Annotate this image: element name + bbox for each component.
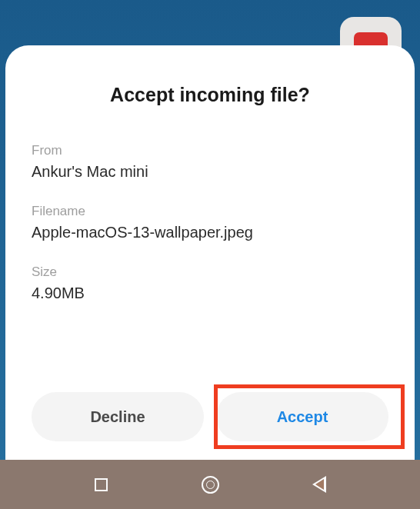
dialog-buttons: Decline Accept xyxy=(32,386,388,441)
from-label: From xyxy=(32,143,388,158)
android-navbar xyxy=(0,460,420,509)
back-button[interactable] xyxy=(304,469,335,500)
filename-label: Filename xyxy=(32,204,388,219)
dialog-title: Accept incoming file? xyxy=(32,84,388,106)
size-label: Size xyxy=(32,264,388,280)
circle-icon xyxy=(202,476,219,494)
accept-button[interactable]: Accept xyxy=(216,392,388,441)
size-value: 4.90MB xyxy=(32,284,388,302)
square-icon xyxy=(95,478,108,491)
home-button[interactable] xyxy=(195,469,225,500)
decline-button[interactable]: Decline xyxy=(32,392,204,441)
field-from: From Ankur's Mac mini xyxy=(32,143,388,181)
filename-value: Apple-macOS-13-wallpaper.jpeg xyxy=(32,224,388,241)
recents-button[interactable] xyxy=(85,469,116,500)
from-value: Ankur's Mac mini xyxy=(32,163,388,181)
triangle-icon xyxy=(312,476,326,493)
incoming-file-dialog: Accept incoming file? From Ankur's Mac m… xyxy=(5,45,415,460)
field-filename: Filename Apple-macOS-13-wallpaper.jpeg xyxy=(32,204,388,241)
field-size: Size 4.90MB xyxy=(32,264,388,302)
